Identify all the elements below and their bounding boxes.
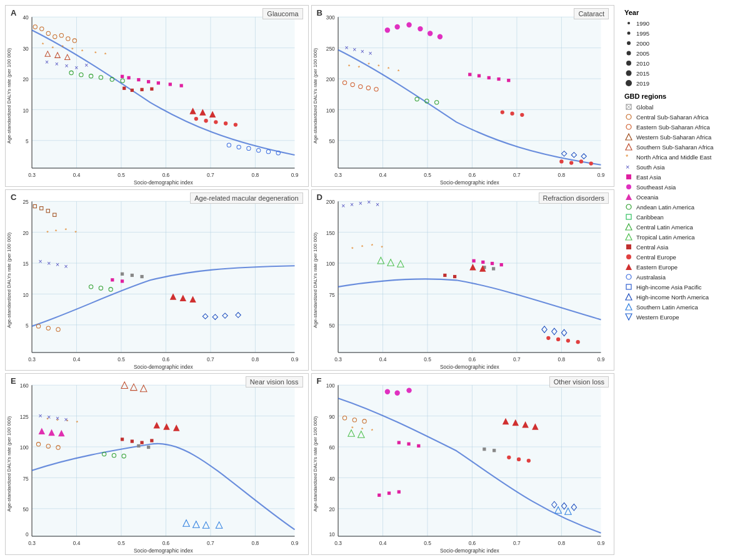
- panel-f-title: Other vision loss: [549, 376, 609, 388]
- svg-text:0.6: 0.6: [468, 540, 476, 546]
- svg-text:0.3: 0.3: [28, 540, 36, 546]
- region-southeast-asia-label: Southeast Asia: [636, 184, 676, 191]
- legend-eastern-sub-saharan: Eastern Sub-Saharan Africa: [624, 122, 730, 131]
- svg-text:×: ×: [344, 44, 348, 51]
- svg-text:0.6: 0.6: [162, 540, 170, 546]
- svg-text:0.9: 0.9: [291, 540, 299, 546]
- panel-amd: C Age-related macular degeneration 25 20…: [5, 189, 309, 371]
- svg-rect-43: [147, 80, 150, 83]
- svg-text:0.4: 0.4: [73, 540, 81, 546]
- svg-text:*: *: [94, 49, 97, 56]
- svg-text:*: *: [371, 427, 373, 434]
- year-2015-symbol: [624, 69, 633, 78]
- svg-text:×: ×: [64, 416, 68, 423]
- near-vision-chart: 160 125 100 75 50 0 0.3 0.4 0.5 0.6 0.7 …: [6, 374, 308, 554]
- region-central-latin-label: Central Latin America: [636, 224, 693, 231]
- svg-text:×: ×: [349, 200, 353, 208]
- svg-marker-398: [626, 144, 632, 150]
- svg-point-372: [507, 456, 511, 459]
- region-central-europe-label: Central Europe: [636, 254, 676, 261]
- panel-d-label: D: [317, 192, 322, 202]
- other-vision-chart: 100 90 60 40 20 10 0.3 0.4 0.5 0.6 0.7 0…: [312, 374, 614, 554]
- svg-text:0.8: 0.8: [252, 540, 259, 546]
- svg-text:*: *: [368, 61, 370, 68]
- svg-text:×: ×: [74, 64, 78, 71]
- svg-text:0.4: 0.4: [379, 356, 386, 362]
- year-2000-symbol: [624, 39, 633, 48]
- panel-other-vision: F Other vision loss 100 90 60 40 20 10 0…: [311, 373, 615, 555]
- svg-rect-365: [417, 444, 420, 448]
- regions-legend-title: GBD regions: [624, 92, 730, 100]
- svg-text:20: 20: [22, 76, 29, 82]
- year-1990-label: 1990: [636, 20, 649, 27]
- year-2015-item: 2015: [624, 69, 730, 78]
- svg-text:300: 300: [326, 14, 334, 21]
- region-southern-sub-saharan-label: Southern Sub-Saharan Africa: [636, 144, 714, 151]
- svg-point-138: [520, 113, 524, 117]
- svg-rect-42: [137, 78, 140, 81]
- svg-text:0.8: 0.8: [558, 356, 565, 362]
- panel-near-vision: E Near vision loss 160 125 100 75 50 0 0…: [5, 373, 309, 555]
- svg-rect-247: [499, 263, 502, 266]
- year-2000-label: 2000: [636, 40, 649, 47]
- svg-text:×: ×: [47, 259, 51, 267]
- region-global-label: Global: [636, 104, 653, 111]
- svg-rect-412: [626, 284, 631, 289]
- svg-text:Socio-demographic index: Socio-demographic index: [439, 364, 499, 370]
- cataract-chart: 300 250 200 100 50 0.3 0.4 0.5 0.6 0.7 0…: [312, 6, 614, 186]
- svg-point-373: [516, 458, 520, 461]
- region-central-asia-label: Central Asia: [636, 244, 668, 251]
- panel-e-title: Near vision loss: [246, 376, 303, 388]
- svg-text:0.7: 0.7: [513, 356, 521, 362]
- svg-text:0.5: 0.5: [424, 356, 431, 362]
- svg-point-390: [626, 71, 632, 76]
- svg-rect-245: [481, 260, 484, 263]
- year-1995-item: 1995: [624, 29, 730, 38]
- svg-text:*: *: [81, 48, 84, 54]
- panel-a-label: A: [11, 8, 16, 18]
- svg-text:200: 200: [326, 199, 334, 205]
- year-2019-symbol: [624, 79, 633, 88]
- svg-text:×: ×: [39, 258, 42, 265]
- svg-text:0.6: 0.6: [468, 172, 476, 178]
- legend-andean: Andean Latin America: [624, 202, 730, 211]
- year-legend-title: Year: [624, 9, 730, 16]
- svg-point-65: [224, 121, 228, 125]
- svg-rect-308: [131, 440, 134, 443]
- legend-global: Global: [624, 102, 730, 111]
- svg-text:0.9: 0.9: [597, 172, 604, 178]
- svg-text:*: *: [387, 65, 389, 72]
- svg-text:×: ×: [368, 49, 372, 57]
- svg-rect-364: [407, 442, 410, 446]
- svg-text:0.7: 0.7: [207, 356, 214, 362]
- svg-text:0.9: 0.9: [291, 172, 299, 178]
- svg-rect-44: [157, 81, 160, 84]
- svg-point-66: [234, 122, 238, 126]
- svg-text:40: 40: [22, 14, 29, 21]
- svg-point-352: [384, 389, 389, 394]
- svg-text:Socio-demographic index: Socio-demographic index: [439, 179, 499, 186]
- legend-tropical-latin: Tropical Latin America: [624, 232, 730, 241]
- svg-text:Age-standardized DALYs rate (p: Age-standardized DALYs rate (per 100 000…: [6, 48, 12, 143]
- legend-central-asia: Central Asia: [624, 242, 730, 251]
- svg-text:×: ×: [84, 61, 88, 69]
- svg-text:0.9: 0.9: [291, 356, 299, 362]
- svg-point-112: [437, 34, 442, 39]
- svg-point-387: [627, 41, 631, 45]
- svg-text:60: 60: [329, 445, 335, 451]
- svg-rect-405: [626, 214, 631, 219]
- svg-rect-366: [482, 448, 486, 451]
- legend-oceania: Oceania: [624, 192, 730, 201]
- svg-rect-186: [121, 272, 124, 275]
- svg-text:0.6: 0.6: [162, 356, 170, 362]
- svg-rect-244: [472, 259, 475, 262]
- svg-rect-126: [487, 76, 490, 79]
- svg-text:0.9: 0.9: [597, 540, 604, 546]
- svg-point-64: [214, 120, 218, 124]
- svg-rect-408: [626, 244, 631, 249]
- svg-rect-381: [387, 492, 390, 495]
- svg-text:Socio-demographic index: Socio-demographic index: [134, 179, 193, 186]
- svg-text:125: 125: [20, 414, 29, 420]
- region-south-asia-label: South Asia: [636, 164, 664, 171]
- svg-text:5: 5: [26, 138, 29, 144]
